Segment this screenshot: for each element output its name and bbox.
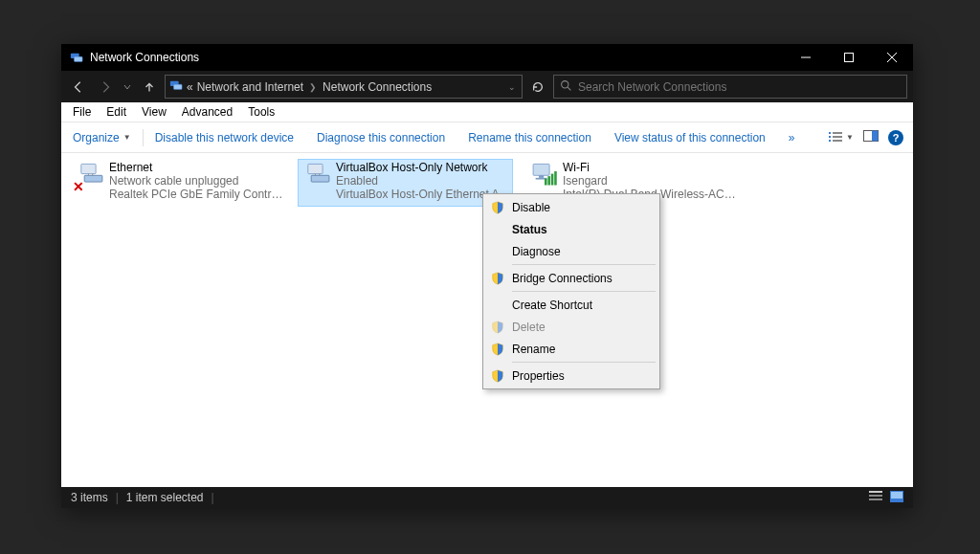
shield-icon <box>487 369 508 383</box>
svg-rect-19 <box>84 175 102 182</box>
svg-rect-7 <box>173 84 182 89</box>
svg-rect-21 <box>311 175 329 182</box>
titlebar: Network Connections <box>61 44 913 71</box>
breadcrumb[interactable]: « Network and Internet ❯ Network Connect… <box>165 75 523 99</box>
svg-rect-20 <box>308 164 323 173</box>
adapter-status: Network cable unplugged <box>109 174 284 188</box>
menu-file[interactable]: File <box>65 103 99 121</box>
svg-rect-18 <box>81 164 96 173</box>
app-icon <box>69 50 84 65</box>
close-button[interactable] <box>870 44 913 71</box>
svg-rect-14 <box>829 140 831 142</box>
maximize-button[interactable] <box>827 44 870 71</box>
context-menu: Disable Status Diagnose Bridge Connectio… <box>482 193 660 389</box>
cm-properties[interactable]: Properties <box>483 365 659 387</box>
shield-icon <box>487 343 508 356</box>
svg-rect-17 <box>872 131 879 142</box>
overflow-button[interactable]: » <box>777 131 807 144</box>
svg-rect-29 <box>869 491 882 493</box>
diagnose-button[interactable]: Diagnose this connection <box>305 131 457 144</box>
addressbar: « Network and Internet ❯ Network Connect… <box>61 71 913 102</box>
svg-rect-15 <box>833 140 842 142</box>
minimize-button[interactable] <box>784 44 827 71</box>
disable-device-button[interactable]: Disable this network device <box>144 131 305 144</box>
svg-rect-26 <box>547 176 550 185</box>
status-selected-count: 1 item selected <box>126 491 204 504</box>
svg-rect-33 <box>891 492 902 499</box>
adapter-name: Wi-Fi <box>563 161 738 174</box>
svg-rect-23 <box>539 175 544 178</box>
chevron-down-icon: ▼ <box>123 133 131 142</box>
adapter-status: Isengard <box>563 174 738 188</box>
network-adapter-icon <box>300 161 336 205</box>
preview-pane-button[interactable] <box>863 130 879 144</box>
adapter-status: Enabled <box>336 174 511 188</box>
svg-rect-13 <box>833 136 842 138</box>
cm-rename[interactable]: Rename <box>483 338 659 360</box>
menu-view[interactable]: View <box>134 103 174 121</box>
rename-button[interactable]: Rename this connection <box>457 131 603 144</box>
adapter-name: VirtualBox Host-Only Network <box>336 161 511 174</box>
adapter-ethernet[interactable]: ✕ Ethernet Network cable unplugged Realt… <box>71 159 286 207</box>
adapter-device: Realtek PCIe GbE Family Controller <box>109 188 284 201</box>
breadcrumb-item[interactable]: Network Connections <box>323 80 432 94</box>
breadcrumb-prefix: « <box>187 80 193 94</box>
chevron-down-icon: ▼ <box>846 133 854 142</box>
toolbar: Organize▼ Disable this network device Di… <box>61 122 913 153</box>
cm-disable[interactable]: Disable <box>483 196 659 218</box>
shield-icon <box>487 272 508 285</box>
breadcrumb-icon <box>169 78 183 95</box>
svg-rect-30 <box>869 495 882 497</box>
svg-line-9 <box>568 87 570 90</box>
change-view-button[interactable]: ▼ <box>829 131 854 144</box>
error-x-icon: ✕ <box>73 180 84 193</box>
menu-edit[interactable]: Edit <box>99 103 134 121</box>
details-view-button[interactable] <box>869 491 882 505</box>
svg-rect-11 <box>833 132 842 134</box>
refresh-button[interactable] <box>526 76 549 99</box>
svg-rect-1 <box>74 56 82 61</box>
svg-rect-3 <box>844 54 853 62</box>
menu-advanced[interactable]: Advanced <box>174 103 240 121</box>
cm-bridge[interactable]: Bridge Connections <box>483 267 659 289</box>
ethernet-icon: ✕ <box>73 161 109 205</box>
network-connections-window: Network Connections « Network and Intern… <box>61 44 913 508</box>
svg-rect-10 <box>829 132 831 134</box>
up-button[interactable] <box>138 76 161 99</box>
search-input[interactable] <box>578 80 901 94</box>
search-box[interactable] <box>553 75 907 99</box>
svg-rect-22 <box>533 164 549 175</box>
shield-icon <box>487 321 508 334</box>
shield-icon <box>487 201 508 214</box>
view-status-button[interactable]: View status of this connection <box>603 131 777 144</box>
cm-delete: Delete <box>483 316 659 338</box>
adapter-virtualbox[interactable]: VirtualBox Host-Only Network Enabled Vir… <box>298 159 513 207</box>
status-item-count: 3 items <box>71 491 108 504</box>
svg-rect-12 <box>829 136 831 138</box>
svg-rect-31 <box>869 499 882 500</box>
menubar: File Edit View Advanced Tools <box>61 102 913 122</box>
chevron-down-icon[interactable]: ⌄ <box>506 82 518 92</box>
help-icon[interactable]: ? <box>888 130 903 145</box>
large-icons-view-button[interactable] <box>890 491 903 505</box>
back-button[interactable] <box>67 76 90 99</box>
forward-button[interactable] <box>94 76 117 99</box>
breadcrumb-item[interactable]: Network and Internet <box>197 80 303 94</box>
cm-diagnose[interactable]: Diagnose <box>483 240 659 262</box>
adapter-name: Ethernet <box>109 161 284 174</box>
search-icon <box>560 79 572 95</box>
content-area: ✕ Ethernet Network cable unplugged Realt… <box>61 153 913 487</box>
svg-rect-28 <box>554 171 557 185</box>
cm-status[interactable]: Status <box>483 218 659 240</box>
cm-shortcut[interactable]: Create Shortcut <box>483 294 659 316</box>
statusbar: 3 items | 1 item selected | <box>61 487 913 508</box>
svg-point-8 <box>562 80 568 87</box>
menu-tools[interactable]: Tools <box>240 103 282 121</box>
chevron-right-icon[interactable]: ❯ <box>307 82 319 92</box>
recent-locations-button[interactable] <box>121 76 134 99</box>
svg-rect-25 <box>545 179 547 186</box>
organize-button[interactable]: Organize▼ <box>61 131 143 144</box>
svg-rect-27 <box>551 174 554 186</box>
window-title: Network Connections <box>90 51 199 64</box>
